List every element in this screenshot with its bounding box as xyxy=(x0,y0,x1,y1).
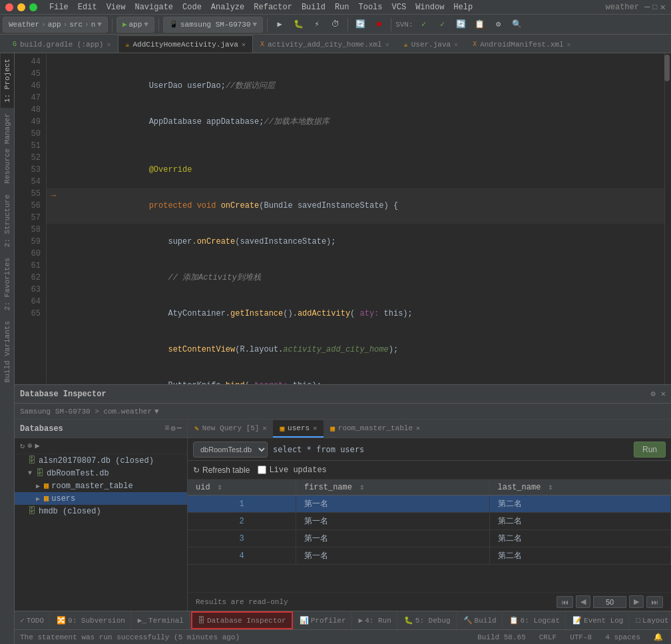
bp-45[interactable] xyxy=(47,68,60,70)
toolbar-logcat[interactable]: 📋 6: Logcat xyxy=(504,611,566,629)
menu-analyze[interactable]: Analyze xyxy=(207,2,248,13)
menu-tools[interactable]: Tools xyxy=(355,2,387,13)
table-row[interactable]: 1 第一名 第二名 xyxy=(188,495,671,513)
col-first-name[interactable]: first_name ⇕ xyxy=(296,480,489,495)
sync-button[interactable]: 🔄 xyxy=(352,17,368,33)
encoding-info[interactable]: UTF-8 xyxy=(567,633,594,641)
gutter-project[interactable]: 1: Project xyxy=(1,53,14,108)
first-page-btn[interactable]: ⏮ xyxy=(557,596,573,608)
menu-window[interactable]: Window xyxy=(411,2,448,13)
bp-48[interactable] xyxy=(47,152,60,154)
tab-close-icon[interactable]: ✕ xyxy=(385,41,389,49)
page-size-input[interactable] xyxy=(593,596,626,608)
toolbar-run[interactable]: ▶ 4: Run xyxy=(353,611,397,629)
tab-close-icon[interactable]: ✕ xyxy=(454,41,458,49)
toolbar-debug[interactable]: 🐛 5: Debug xyxy=(399,611,457,629)
code-body[interactable]: UserDao userDao;//数据访问层 AppDatabase appD… xyxy=(47,53,664,384)
toolbar-layout-inspector[interactable]: □ Layout Inspe... xyxy=(630,611,671,629)
crlf-info[interactable]: CRLF xyxy=(537,633,559,641)
gutter-resource[interactable]: Resource Manager xyxy=(1,108,14,189)
bp-53[interactable] xyxy=(47,332,60,334)
query-input-field[interactable] xyxy=(273,445,628,454)
right-scrollbar[interactable] xyxy=(664,53,671,384)
bp-47[interactable] xyxy=(47,140,60,142)
table-row[interactable]: 3 第一名 第二名 xyxy=(188,530,671,547)
tab-manifest[interactable]: X AndroidManifest.xml ✕ xyxy=(465,35,578,53)
db-tree-room-master[interactable]: ▶ ▦ room_master_table xyxy=(15,480,187,492)
db-open-icon[interactable]: ⊕ xyxy=(27,441,32,451)
debug-button[interactable]: 🐛 xyxy=(290,17,306,33)
col-uid[interactable]: uid ⇕ xyxy=(188,480,296,495)
tab-build-gradle[interactable]: G build.gradle (:app) ✕ xyxy=(5,35,118,53)
db-tab-room-master[interactable]: ▦ room_master_table ✕ xyxy=(324,420,427,438)
db-list-icon[interactable]: ≡ xyxy=(164,424,169,434)
close-button[interactable] xyxy=(5,3,13,11)
window-restore-icon[interactable]: □ xyxy=(652,3,657,12)
db-tree-users[interactable]: ▶ ▦ users xyxy=(15,492,187,505)
search-everywhere[interactable]: 🔍 xyxy=(509,17,525,33)
profile-button[interactable]: ⏱ xyxy=(328,17,343,33)
bp-52[interactable] xyxy=(47,296,60,298)
tab-add-city[interactable]: ☕ AddCityHomeActivity.java ✕ xyxy=(118,35,253,53)
users-tab-close[interactable]: ✕ xyxy=(313,424,317,432)
toolbar-profiler[interactable]: 📊 Profiler xyxy=(294,611,352,629)
code-editor[interactable]: 44 45 46 47 48 49 50 51 52 53 54 55 56 5… xyxy=(15,53,671,384)
prev-page-btn[interactable]: ◀ xyxy=(576,595,590,608)
tab-user-java[interactable]: ☕ User.java ✕ xyxy=(397,35,465,53)
new-query-close[interactable]: ✕ xyxy=(262,424,266,432)
toolbar-terminal[interactable]: ▶_ Terminal xyxy=(132,611,190,629)
db-tree-dbroom[interactable]: ▼ 🗄 dbRoomTest.db xyxy=(15,467,187,480)
svn-update[interactable]: 🔄 xyxy=(453,17,469,33)
db-tab-users[interactable]: ▦ users ✕ xyxy=(273,420,324,438)
run-button[interactable]: ▶ xyxy=(272,17,288,33)
stop-button[interactable]: ■ xyxy=(371,17,387,33)
next-page-btn[interactable]: ▶ xyxy=(629,595,644,608)
db-settings-icon[interactable]: ⚙ xyxy=(171,424,176,434)
menu-navigate[interactable]: Navigate xyxy=(130,2,177,13)
svn-history[interactable]: 📋 xyxy=(472,17,488,33)
project-breadcrumb[interactable]: Weather › app › src › n ▼ xyxy=(3,17,108,33)
maximize-button[interactable] xyxy=(29,3,37,11)
window-close-icon[interactable]: ✕ xyxy=(660,1,666,13)
table-row[interactable]: 4 第一名 第二名 xyxy=(188,547,671,565)
run-query-button[interactable]: Run xyxy=(634,442,666,458)
window-controls[interactable] xyxy=(5,3,37,11)
window-minimize-icon[interactable]: ─ xyxy=(644,2,650,13)
device-selector[interactable]: 📱 samsung SM-G9730 ▼ xyxy=(163,17,263,33)
notifications-icon[interactable]: 🔔 xyxy=(651,633,666,641)
app-config-btn[interactable]: ▶ app ▼ xyxy=(116,17,154,33)
gutter-favorites[interactable]: 2: Favorites xyxy=(1,252,14,316)
menu-build[interactable]: Build xyxy=(298,2,330,13)
panel-settings-icon[interactable]: ⚙ xyxy=(651,389,656,399)
bp-51[interactable] xyxy=(47,260,60,262)
live-updates-checkbox[interactable]: Live updates xyxy=(258,466,326,475)
toolbar-event-log[interactable]: 📝 Event Log xyxy=(567,611,629,629)
menu-code[interactable]: Code xyxy=(178,2,206,13)
db-selector[interactable]: dbRoomTest.db xyxy=(193,442,268,458)
bp-54[interactable] xyxy=(47,368,60,370)
menu-edit[interactable]: Edit xyxy=(74,2,101,13)
toolbar-build[interactable]: 🔨 Build xyxy=(458,611,503,629)
tab-close-icon[interactable]: ✕ xyxy=(107,41,111,49)
last-page-btn[interactable]: ⏭ xyxy=(646,596,663,608)
coverage-button[interactable]: ⚡ xyxy=(309,17,325,33)
menu-refactor[interactable]: Refactor xyxy=(250,2,296,13)
minimize-button[interactable] xyxy=(17,3,25,11)
panel-close-icon[interactable]: ✕ xyxy=(661,389,666,399)
data-table-container[interactable]: uid ⇕ first_name ⇕ last_name ⇕ 1 第一名 xyxy=(188,480,671,592)
bp-46[interactable] xyxy=(47,104,60,106)
bp-44[interactable] xyxy=(47,56,60,58)
spaces-info[interactable]: 4 spaces xyxy=(602,633,643,641)
scrollbar-thumb[interactable] xyxy=(664,55,670,81)
tab-close-icon[interactable]: ✕ xyxy=(242,41,246,49)
menu-view[interactable]: View xyxy=(103,2,130,13)
breadcrumb-expand-icon[interactable]: ▼ xyxy=(154,408,159,416)
gutter-build-variants[interactable]: Build Variants xyxy=(1,316,14,388)
menu-file[interactable]: File xyxy=(45,2,73,13)
breadcrumb-arrow[interactable]: ▼ xyxy=(97,21,102,29)
toolbar-db-inspector[interactable]: 🗄 Database Inspector xyxy=(191,611,293,629)
build-info[interactable]: Build 58.65 xyxy=(475,633,529,641)
menu-run[interactable]: Run xyxy=(331,2,353,13)
svn-check[interactable]: ✓ xyxy=(416,17,432,33)
menu-help[interactable]: Help xyxy=(449,2,477,13)
